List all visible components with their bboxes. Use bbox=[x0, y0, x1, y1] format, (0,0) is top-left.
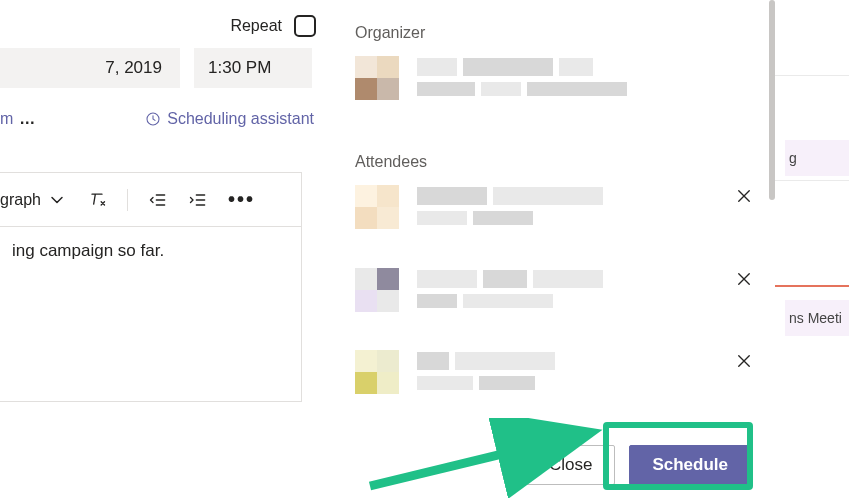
repeat-checkbox[interactable] bbox=[294, 15, 316, 37]
attendees-section-label: Attendees bbox=[355, 153, 427, 171]
outdent-button[interactable] bbox=[148, 190, 168, 210]
more-icon: ••• bbox=[228, 188, 255, 211]
remove-attendee-button[interactable] bbox=[733, 350, 755, 372]
toolbar-separator bbox=[127, 189, 128, 211]
calendar-gridline bbox=[775, 180, 849, 181]
location-assistant-row: m … Scheduling assistant bbox=[0, 110, 316, 128]
attendee-row bbox=[355, 268, 755, 312]
close-icon bbox=[735, 352, 753, 370]
close-button[interactable]: Close bbox=[526, 445, 615, 485]
meeting-scheduler-window: g ns Meeti Repeat 7, 2019 1:30 PM m … Sc… bbox=[0, 0, 849, 502]
remove-attendee-button[interactable] bbox=[733, 268, 755, 290]
outdent-icon bbox=[148, 190, 168, 210]
clear-formatting-button[interactable] bbox=[87, 190, 107, 210]
dialog-footer: Close Schedule bbox=[0, 427, 775, 502]
close-icon bbox=[735, 187, 753, 205]
organizer-section-label: Organizer bbox=[355, 24, 425, 42]
calendar-gridline bbox=[775, 75, 849, 76]
end-date-field[interactable]: 7, 2019 bbox=[0, 48, 180, 88]
scheduling-assistant-label: Scheduling assistant bbox=[167, 110, 314, 128]
description-editor: graph ••• ing campaign so far. bbox=[0, 172, 302, 402]
calendar-event-fragment: ns Meeti bbox=[785, 300, 849, 336]
modal-scrollbar[interactable] bbox=[769, 0, 775, 200]
location-overflow-icon[interactable]: … bbox=[19, 110, 37, 128]
attendee-redacted-name bbox=[417, 350, 555, 390]
repeat-label: Repeat bbox=[230, 17, 282, 35]
paragraph-style-dropdown[interactable]: graph bbox=[0, 190, 67, 210]
avatar bbox=[355, 350, 399, 394]
avatar bbox=[355, 56, 399, 100]
indent-button[interactable] bbox=[188, 190, 208, 210]
location-fragment: m bbox=[0, 110, 13, 128]
attendee-row bbox=[355, 350, 755, 394]
paragraph-style-label: graph bbox=[0, 191, 41, 209]
description-textarea[interactable]: ing campaign so far. bbox=[0, 227, 301, 275]
attendee-redacted-name bbox=[417, 268, 603, 308]
end-time-field[interactable]: 1:30 PM bbox=[194, 48, 312, 88]
calendar-event-fragment: g bbox=[785, 140, 849, 176]
indent-icon bbox=[188, 190, 208, 210]
chevron-down-icon bbox=[47, 190, 67, 210]
avatar bbox=[355, 268, 399, 312]
calendar-background-slice: g ns Meeti bbox=[775, 0, 849, 502]
attendee-redacted-name bbox=[417, 185, 603, 225]
clock-icon bbox=[145, 111, 161, 127]
editor-toolbar: graph ••• bbox=[0, 173, 301, 227]
close-icon bbox=[735, 270, 753, 288]
clear-format-icon bbox=[87, 190, 107, 210]
end-datetime-row: 7, 2019 1:30 PM bbox=[0, 48, 312, 88]
organizer-redacted-name bbox=[417, 56, 627, 96]
calendar-now-indicator bbox=[775, 285, 849, 287]
organizer-row bbox=[355, 56, 755, 100]
scheduling-assistant-link[interactable]: Scheduling assistant bbox=[145, 110, 314, 128]
repeat-row: Repeat bbox=[0, 15, 316, 37]
remove-attendee-button[interactable] bbox=[733, 185, 755, 207]
attendee-row bbox=[355, 185, 755, 229]
avatar bbox=[355, 185, 399, 229]
toolbar-more-button[interactable]: ••• bbox=[228, 188, 255, 211]
schedule-button[interactable]: Schedule bbox=[629, 445, 751, 485]
